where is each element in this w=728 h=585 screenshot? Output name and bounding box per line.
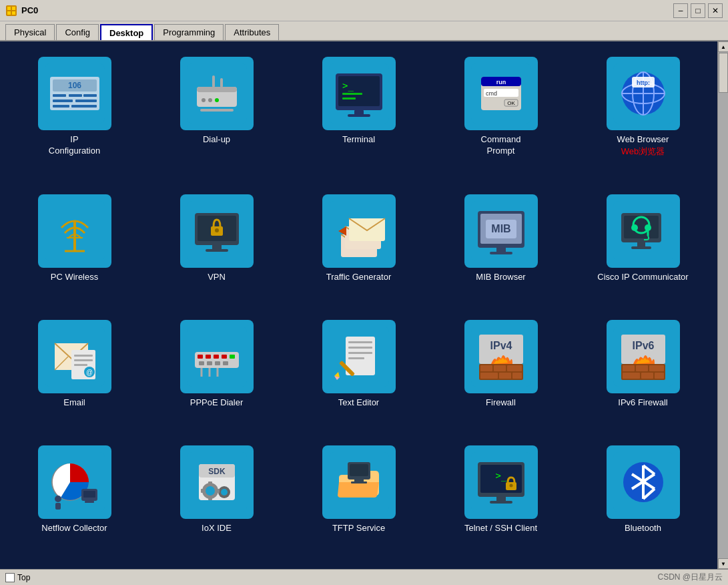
svg-rect-135 (655, 373, 664, 379)
svg-text:@: @ (85, 369, 92, 376)
app-mib-browser[interactable]: MIB MIB Browser (433, 189, 569, 308)
svg-rect-72 (496, 248, 506, 252)
tab-programming[interactable]: Programming (154, 24, 224, 40)
app-terminal[interactable]: >_ Terminal (291, 51, 426, 182)
app-text-editor[interactable]: Text Editor (291, 315, 426, 433)
dialup-label: Dial-up (203, 134, 230, 146)
cmd-label: Command Prompt (481, 134, 521, 157)
email-icon-box: @ (38, 320, 111, 393)
svg-rect-94 (195, 352, 239, 368)
cmd-icon-box: run cmd OK (464, 57, 538, 130)
cisco-ip-comm-icon-box (607, 194, 680, 268)
svg-rect-32 (348, 114, 370, 117)
app-traffic-gen[interactable]: Traffic Generator (291, 189, 426, 308)
svg-rect-4 (12, 11, 15, 15)
app-bluetooth[interactable]: Bluetooth (575, 440, 711, 559)
app-email[interactable]: @ Email (7, 315, 142, 433)
scroll-down-button[interactable]: ▼ (718, 558, 728, 569)
svg-text:>_: >_ (495, 470, 506, 481)
svg-rect-96 (206, 355, 211, 359)
app-telnet-ssh[interactable]: >_ Telnet / SSH Client (433, 440, 569, 559)
svg-rect-120 (480, 365, 492, 371)
mib-browser-icon-box: MIB (464, 194, 538, 268)
svg-rect-142 (55, 503, 61, 510)
svg-rect-133 (623, 373, 640, 379)
top-label: Top (17, 573, 30, 582)
app-pc-wireless[interactable]: PC Wireless (7, 189, 142, 308)
app-vpn[interactable]: VPN (149, 189, 284, 308)
scroll-up-button[interactable]: ▲ (718, 41, 728, 52)
svg-rect-61 (206, 249, 228, 252)
svg-rect-90 (74, 364, 87, 366)
tftp-icon-box (322, 445, 396, 519)
tab-desktop[interactable]: Desktop (100, 24, 153, 40)
svg-rect-152 (208, 498, 212, 500)
svg-rect-112 (348, 357, 364, 359)
svg-text:OK: OK (507, 100, 515, 106)
app-cmd[interactable]: run cmd OK Command Prompt (433, 51, 569, 182)
svg-rect-111 (348, 352, 372, 354)
svg-rect-122 (507, 365, 522, 371)
svg-point-20 (208, 98, 212, 102)
svg-rect-121 (494, 365, 506, 371)
svg-rect-10 (69, 94, 82, 97)
text-editor-icon-box (322, 320, 396, 393)
svg-text:cmd: cmd (486, 90, 497, 97)
app-web-browser[interactable]: http: Web Browser Web浏览器 (575, 51, 711, 182)
svg-rect-102 (215, 361, 220, 365)
svg-rect-81 (637, 242, 645, 246)
svg-rect-9 (53, 94, 66, 97)
iox-ide-label: IoX IDE (202, 523, 232, 534)
svg-rect-157 (350, 464, 368, 476)
app-pppoe-dialer[interactable]: PPPoE Dialer (149, 315, 284, 433)
app-tftp[interactable]: TFTP Service (291, 440, 426, 559)
maximize-button[interactable]: □ (691, 3, 705, 18)
tab-physical[interactable]: Physical (5, 24, 55, 40)
svg-rect-29 (342, 93, 362, 95)
ipv6-firewall-label: IPv6 Firewall (618, 397, 667, 409)
scroll-thumb[interactable] (719, 53, 728, 93)
svg-rect-124 (499, 373, 511, 379)
svg-rect-60 (212, 245, 222, 249)
svg-point-165 (509, 484, 512, 488)
title-bar: PC0 – □ ✕ (0, 0, 728, 21)
app-firewall[interactable]: IPv4 Firewall (433, 315, 569, 433)
svg-rect-24 (220, 78, 223, 87)
svg-point-78 (631, 224, 638, 231)
app-ipv6-firewall[interactable]: IPv6 IPv6 Firewall (575, 315, 711, 433)
svg-rect-140 (85, 501, 94, 503)
bluetooth-label: Bluetooth (625, 523, 661, 534)
svg-rect-131 (636, 365, 648, 371)
svg-rect-98 (222, 355, 227, 359)
firewall-label: Firewall (486, 397, 516, 409)
traffic-gen-icon-box (322, 194, 396, 268)
top-checkbox[interactable] (5, 573, 15, 582)
svg-rect-82 (631, 246, 651, 249)
dialup-icon-box (180, 57, 254, 130)
app-netflow[interactable]: Netflow Collector (7, 440, 142, 559)
app-ip-config[interactable]: 106 IP Configuration (7, 51, 142, 182)
close-button[interactable]: ✕ (708, 3, 723, 18)
tftp-label: TFTP Service (332, 523, 385, 534)
svg-rect-103 (223, 361, 228, 365)
app-dialup[interactable]: Dial-up (149, 51, 284, 182)
app-cisco-ip-comm[interactable]: Cisco IP Communicator (575, 189, 711, 308)
window-icon (5, 5, 17, 17)
web-browser-icon-box: http: (607, 57, 680, 130)
svg-point-19 (202, 98, 206, 102)
tab-attributes[interactable]: Attributes (225, 24, 279, 40)
app-iox-ide[interactable]: SDK IoX IDE (149, 440, 284, 559)
pppoe-dialer-label: PPPoE Dialer (190, 397, 243, 409)
ip-config-icon-box: 106 (38, 57, 111, 130)
netflow-label: Netflow Collector (41, 523, 107, 534)
svg-rect-99 (230, 355, 235, 359)
tab-config[interactable]: Config (56, 24, 99, 40)
scrollbar[interactable]: ▲ ▼ (717, 41, 728, 569)
svg-text:MIB: MIB (491, 223, 510, 234)
cisco-ip-comm-label: Cisco IP Communicator (597, 272, 688, 283)
scroll-track (718, 52, 728, 558)
minimize-button[interactable]: – (673, 3, 688, 18)
svg-rect-134 (641, 373, 653, 379)
telnet-ssh-icon-box: >_ (464, 445, 538, 519)
firewall-icon-box: IPv4 (464, 320, 538, 393)
